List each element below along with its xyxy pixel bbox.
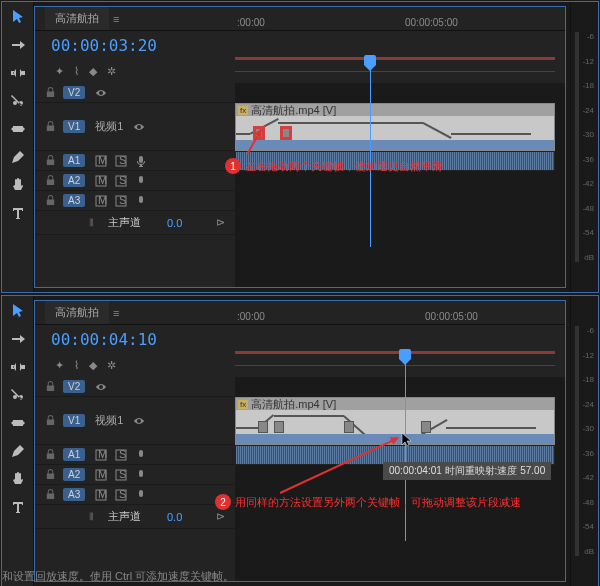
- lock-icon[interactable]: [43, 380, 57, 394]
- snap-icon[interactable]: ✦: [55, 65, 64, 78]
- eye-icon[interactable]: [95, 87, 107, 99]
- solo-icon[interactable]: S: [115, 489, 127, 501]
- keyframe[interactable]: [274, 421, 284, 433]
- mic-icon[interactable]: [135, 469, 147, 481]
- solo-icon[interactable]: S: [115, 469, 127, 481]
- slip-tool-icon[interactable]: [9, 120, 27, 138]
- keyframe[interactable]: [281, 127, 291, 139]
- master-value[interactable]: 0.0: [167, 217, 182, 229]
- track-a3[interactable]: A3 M S: [35, 191, 235, 211]
- hand-tool-icon[interactable]: [9, 176, 27, 194]
- eye-icon[interactable]: [95, 381, 107, 393]
- track-a2[interactable]: A2 M S: [35, 171, 235, 191]
- track-a1[interactable]: A1 M S: [35, 151, 235, 171]
- track-label[interactable]: V1: [63, 414, 85, 427]
- work-area-bar[interactable]: [235, 57, 555, 60]
- selection-tool-icon[interactable]: [9, 8, 27, 26]
- snap-icon[interactable]: ✦: [55, 359, 64, 372]
- track-content-area[interactable]: fx高清航拍.mp4 [V]: [235, 83, 565, 287]
- type-tool-icon[interactable]: [9, 498, 27, 516]
- ripple-edit-icon[interactable]: [9, 64, 27, 82]
- track-label[interactable]: A3: [63, 488, 85, 501]
- type-tool-icon[interactable]: [9, 204, 27, 222]
- selection-tool-icon[interactable]: [9, 302, 27, 320]
- tab-menu-icon[interactable]: ≡: [113, 13, 119, 25]
- track-v2[interactable]: V2: [35, 83, 235, 103]
- keyframe[interactable]: [344, 421, 354, 433]
- track-label[interactable]: V2: [63, 380, 85, 393]
- solo-icon[interactable]: S: [115, 195, 127, 207]
- mute-icon[interactable]: M: [95, 155, 107, 167]
- lock-icon[interactable]: [43, 174, 57, 188]
- expand-icon[interactable]: ⊳: [216, 216, 225, 229]
- track-label[interactable]: A2: [63, 468, 85, 481]
- marker-icon[interactable]: ◆: [89, 359, 97, 372]
- eye-icon[interactable]: [133, 121, 145, 133]
- mic-icon[interactable]: [135, 489, 147, 501]
- track-a3[interactable]: A3 M S: [35, 485, 235, 505]
- track-content-area[interactable]: fx高清航拍.mp4 [V]: [235, 377, 565, 581]
- sequence-tab[interactable]: 高清航拍: [45, 7, 109, 30]
- keyframe[interactable]: [258, 421, 268, 433]
- ripple-edit-icon[interactable]: [9, 358, 27, 376]
- razor-tool-icon[interactable]: [9, 386, 27, 404]
- lock-icon[interactable]: [43, 448, 57, 462]
- eye-icon[interactable]: [133, 415, 145, 427]
- lock-icon[interactable]: [43, 414, 57, 428]
- track-v1[interactable]: V1 视频1: [35, 103, 235, 151]
- track-a1[interactable]: A1 M S: [35, 445, 235, 465]
- track-label[interactable]: A1: [63, 154, 85, 167]
- mute-icon[interactable]: M: [95, 195, 107, 207]
- lock-icon[interactable]: [43, 194, 57, 208]
- lock-icon[interactable]: [43, 120, 57, 134]
- track-v1[interactable]: V1 视频1: [35, 397, 235, 445]
- slip-tool-icon[interactable]: [9, 414, 27, 432]
- track-master[interactable]: ⦀ 主声道 0.0 ⊳: [35, 211, 235, 235]
- solo-icon[interactable]: S: [115, 155, 127, 167]
- timecode[interactable]: 00:00:03:20: [51, 36, 157, 55]
- mic-icon[interactable]: [135, 155, 147, 167]
- link-icon[interactable]: ⌇: [74, 65, 79, 78]
- solo-icon[interactable]: S: [115, 449, 127, 461]
- pen-tool-icon[interactable]: [9, 442, 27, 460]
- mute-icon[interactable]: M: [95, 489, 107, 501]
- track-label[interactable]: V1: [63, 120, 85, 133]
- track-label[interactable]: A2: [63, 174, 85, 187]
- time-ruler[interactable]: :00:00 00:00:05:00: [235, 31, 565, 59]
- razor-tool-icon[interactable]: [9, 92, 27, 110]
- track-select-icon[interactable]: [9, 36, 27, 54]
- expand-icon[interactable]: ⊳: [216, 510, 225, 523]
- mute-icon[interactable]: M: [95, 449, 107, 461]
- hand-tool-icon[interactable]: [9, 470, 27, 488]
- settings-icon[interactable]: ✲: [107, 65, 116, 78]
- solo-icon[interactable]: S: [115, 175, 127, 187]
- video-clip[interactable]: fx高清航拍.mp4 [V]: [235, 103, 555, 151]
- lock-icon[interactable]: [43, 86, 57, 100]
- track-label[interactable]: A1: [63, 448, 85, 461]
- lock-icon[interactable]: [43, 468, 57, 482]
- mute-icon[interactable]: M: [95, 175, 107, 187]
- fx-badge[interactable]: fx: [238, 106, 248, 115]
- link-icon[interactable]: ⌇: [74, 359, 79, 372]
- track-v2[interactable]: V2: [35, 377, 235, 397]
- speed-graph[interactable]: [236, 116, 554, 150]
- work-area-bar[interactable]: [235, 351, 555, 354]
- lock-icon[interactable]: [43, 488, 57, 502]
- track-master[interactable]: ⦀ 主声道 0.0 ⊳: [35, 505, 235, 529]
- playhead[interactable]: [370, 57, 371, 247]
- marker-icon[interactable]: ◆: [89, 65, 97, 78]
- track-label[interactable]: A3: [63, 194, 85, 207]
- mic-icon[interactable]: [135, 175, 147, 187]
- settings-icon[interactable]: ✲: [107, 359, 116, 372]
- tab-menu-icon[interactable]: ≡: [113, 307, 119, 319]
- keyframe[interactable]: [421, 421, 431, 433]
- fx-badge[interactable]: fx: [238, 400, 248, 409]
- track-label[interactable]: V2: [63, 86, 85, 99]
- pen-tool-icon[interactable]: [9, 148, 27, 166]
- mute-icon[interactable]: M: [95, 469, 107, 481]
- sequence-tab[interactable]: 高清航拍: [45, 301, 109, 324]
- mic-icon[interactable]: [135, 449, 147, 461]
- master-value[interactable]: 0.0: [167, 511, 182, 523]
- lock-icon[interactable]: [43, 154, 57, 168]
- mic-icon[interactable]: [135, 195, 147, 207]
